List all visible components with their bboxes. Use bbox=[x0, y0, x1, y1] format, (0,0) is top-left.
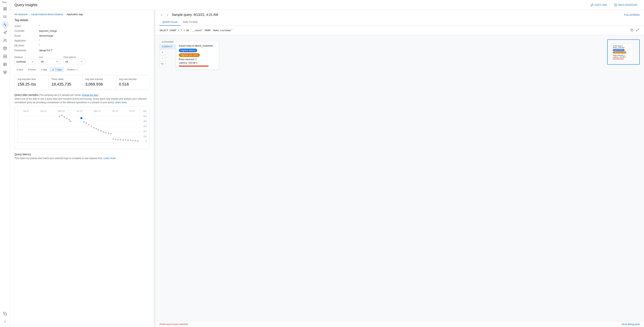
svg-rect-1 bbox=[5, 8, 6, 9]
chart-dot[interactable] bbox=[103, 131, 104, 133]
sidebar-item-list[interactable] bbox=[2, 13, 9, 20]
toggle-compact[interactable]: COMPACT bbox=[160, 44, 176, 49]
sidebar-item-storage[interactable] bbox=[2, 53, 9, 60]
chart-dot[interactable] bbox=[120, 139, 122, 140]
chart-dot[interactable] bbox=[83, 121, 85, 123]
chart-dot[interactable] bbox=[127, 140, 129, 141]
sidebar-item-copy[interactable] bbox=[2, 310, 9, 317]
tab-end-to-end[interactable]: END TO END bbox=[180, 19, 200, 26]
chart-dot[interactable] bbox=[64, 116, 65, 118]
chart-dot[interactable] bbox=[100, 130, 102, 132]
chart-dot[interactable] bbox=[86, 122, 87, 124]
tag-label-dbdriver: DB driver bbox=[14, 44, 36, 48]
fullscreen-button[interactable]: FULLSCREEN bbox=[624, 14, 640, 16]
view-toggle: EXPANDED COMPACT bbox=[160, 40, 176, 49]
client-address-select[interactable]: All bbox=[64, 59, 85, 64]
zoom-out-button[interactable]: − bbox=[160, 55, 165, 61]
sidebar-item-chart[interactable] bbox=[2, 21, 9, 28]
client-chevron-icon bbox=[80, 60, 83, 63]
reset-view-button[interactable] bbox=[160, 61, 165, 67]
learn-more-link[interactable]: Learn more bbox=[115, 101, 127, 104]
status-debug[interactable]: Show debug panel bbox=[622, 323, 640, 326]
time-btn-1hour[interactable]: 1 hour bbox=[14, 67, 26, 72]
chart-dot[interactable] bbox=[98, 129, 99, 131]
mini-rows: Rows returned: 1 bbox=[613, 54, 631, 56]
sidebar-prim-label: PRIM... bbox=[2, 2, 8, 4]
copy-link-button[interactable]: COPY LINK bbox=[588, 2, 609, 8]
help-assistant-button[interactable]: HELP ASSISTANT bbox=[612, 2, 640, 8]
svg-point-12 bbox=[4, 47, 6, 48]
expand-sql-button[interactable] bbox=[635, 28, 640, 33]
chart-dot[interactable] bbox=[93, 127, 94, 128]
chart-dot-selected[interactable] bbox=[80, 117, 82, 119]
chart-dot[interactable] bbox=[59, 116, 60, 117]
database-select[interactable]: workload bbox=[14, 59, 36, 64]
gridline-2 bbox=[18, 121, 140, 121]
query-latency-title: Query latency bbox=[14, 153, 150, 156]
chart-dot[interactable] bbox=[125, 139, 126, 141]
chart-dot[interactable] bbox=[122, 139, 124, 141]
breadcrumb-instance[interactable]: mysql-instance-demo-instance bbox=[31, 13, 63, 16]
chart-dot[interactable] bbox=[66, 118, 67, 119]
chart-dot[interactable] bbox=[110, 133, 112, 134]
chart-dot[interactable] bbox=[61, 115, 62, 116]
sidebar-item-layers[interactable] bbox=[2, 68, 9, 76]
breadcrumb-all-instances[interactable]: All instances bbox=[14, 13, 28, 16]
tag-value-route: 'demo/charge' bbox=[39, 34, 150, 38]
chart-dot[interactable] bbox=[135, 140, 136, 141]
chart-dot[interactable] bbox=[108, 132, 109, 134]
latency-label: Latency: bbox=[179, 62, 188, 64]
time-btn-7days[interactable]: 7 days bbox=[50, 67, 64, 72]
mini-badge-row-count: Highest row count bbox=[613, 52, 626, 54]
panel-tabs: QUERY PLAN END TO END bbox=[160, 19, 640, 26]
mini-map: Count rows in demo_customer Highest late… bbox=[607, 40, 640, 65]
status-issues: Performance issues detected! bbox=[160, 323, 622, 326]
time-btn-custom[interactable]: Custom bbox=[65, 67, 80, 72]
time-btn-6hours[interactable]: 6 hours bbox=[26, 67, 38, 72]
user-select[interactable]: All bbox=[39, 59, 60, 64]
time-btn-1day[interactable]: 1 day bbox=[39, 67, 49, 72]
toggle-expanded[interactable]: EXPANDED bbox=[160, 40, 176, 44]
sidebar-item-nav[interactable] bbox=[2, 29, 9, 36]
tag-value-controller: 'payment_charge' bbox=[39, 29, 150, 33]
chart-dot[interactable] bbox=[105, 132, 106, 133]
chart-dot[interactable] bbox=[70, 121, 71, 122]
query-plan-description: Select one of the dots to see a query pl… bbox=[14, 97, 150, 104]
chart-dot[interactable] bbox=[130, 140, 131, 141]
prev-sample-button[interactable]: ‹ bbox=[160, 12, 164, 18]
svg-point-7 bbox=[4, 16, 4, 16]
query-latency-learn-more[interactable]: Learn more bbox=[104, 157, 116, 160]
chart-dot[interactable] bbox=[115, 139, 116, 140]
chart-dot[interactable] bbox=[132, 140, 134, 141]
sql-actions bbox=[630, 28, 640, 33]
tab-query-plan[interactable]: QUERY PLAN bbox=[160, 19, 180, 26]
chart-dot[interactable] bbox=[90, 126, 92, 127]
chart-dot[interactable] bbox=[68, 119, 70, 120]
chart-dot[interactable] bbox=[88, 124, 90, 125]
zoom-in-button[interactable]: + bbox=[160, 50, 165, 55]
chart-plot bbox=[18, 110, 140, 142]
toggle-button[interactable]: EXPANDED COMPACT bbox=[160, 40, 176, 49]
chart-dot[interactable] bbox=[118, 139, 119, 140]
change-rate-link[interactable]: Change the rate. bbox=[82, 94, 98, 96]
next-sample-button[interactable]: › bbox=[166, 12, 170, 18]
sidebar-item-grid[interactable] bbox=[2, 5, 9, 12]
sidebar-item-database[interactable] bbox=[2, 45, 9, 52]
chart-dot[interactable] bbox=[96, 128, 97, 130]
svg-rect-13 bbox=[4, 55, 6, 56]
client-address-value: All bbox=[65, 60, 80, 63]
sidebar-expand[interactable] bbox=[2, 318, 9, 325]
map-controls: + − bbox=[160, 50, 165, 67]
stat-times-called-label: Times called bbox=[52, 78, 79, 80]
copy-sql-button[interactable] bbox=[630, 28, 634, 33]
svg-point-9 bbox=[4, 18, 4, 18]
chart-dot[interactable] bbox=[137, 140, 138, 142]
node-rows-stat: Rows returned: 1 bbox=[179, 58, 216, 61]
chart-dot[interactable] bbox=[112, 138, 114, 140]
query-plan-title: Query plan samples bbox=[14, 93, 39, 96]
sidebar-item-table[interactable] bbox=[2, 61, 9, 68]
sidebar-item-users[interactable] bbox=[2, 37, 9, 44]
svg-rect-17 bbox=[4, 63, 6, 66]
tag-details-title: Tag details bbox=[14, 18, 150, 22]
plan-area: EXPANDED COMPACT + − bbox=[155, 35, 644, 321]
